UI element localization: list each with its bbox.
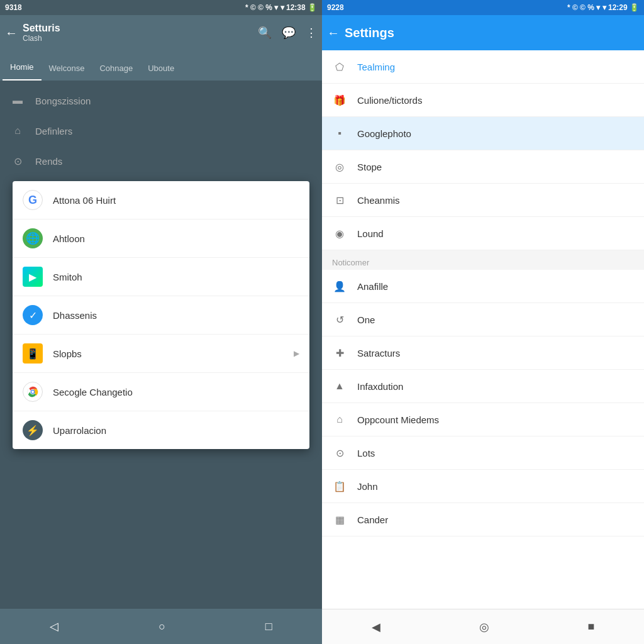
popup-menu: G Attona 06 Huirt 🌐 Ahtloon ▶ Smitoh ✓ D… — [13, 181, 309, 449]
settings-item-tealming[interactable]: ⬠ Tealming — [322, 50, 644, 84]
left-app-title: Setturis — [23, 23, 253, 34]
chrome-icon — [23, 382, 43, 402]
popup-item-secogle[interactable]: Secogle Changetio — [13, 373, 309, 411]
right-time: 9228 — [327, 3, 344, 12]
left-home-nav[interactable]: ○ — [143, 615, 180, 638]
right-status-icons: * © © % ▾ ▾ 12:29 🔋 — [567, 3, 639, 12]
svg-point-2 — [31, 391, 34, 393]
right-back-nav[interactable]: ◀ — [357, 615, 396, 639]
settings-label-cheanmis: Cheanmis — [357, 195, 400, 206]
noticomer-header: Noticomer — [322, 250, 644, 270]
tab-welconse[interactable]: Welconse — [42, 55, 92, 80]
settings-label-googlephoto: Googlephoto — [357, 128, 411, 139]
settings-item-cheanmis[interactable]: ⊡ Cheanmis — [322, 184, 644, 217]
left-recent-nav[interactable]: □ — [250, 615, 287, 638]
left-time: 9318 — [5, 3, 22, 12]
settings-label-oppcount: Oppcount Miedems — [357, 414, 439, 425]
settings-item-infaxdution[interactable]: ▲ Infaxdution — [322, 370, 644, 403]
settings-app-bar: ← Settings — [322, 15, 644, 50]
settings-label-tealming: Tealming — [357, 62, 395, 72]
settings-item-culione[interactable]: 🎁 Culione/tictords — [322, 84, 644, 117]
settings-label-one: One — [357, 314, 375, 325]
left-action-icons: 🔍 💬 ⋮ — [258, 26, 317, 40]
dark-circle-icon: ⚡ — [23, 420, 43, 440]
tealming-icon: ⬠ — [332, 59, 347, 74]
right-home-nav[interactable]: ◎ — [464, 615, 504, 639]
popup-item-uparrolacion[interactable]: ⚡ Uparrolacion — [13, 411, 309, 449]
left-search-icon[interactable]: 🔍 — [258, 26, 272, 40]
right-status-bar: 9228 * © © % ▾ ▾ 12:29 🔋 — [322, 0, 644, 15]
settings-item-john[interactable]: 📋 John — [322, 470, 644, 503]
settings-label-anafille: Anafille — [357, 281, 388, 292]
settings-label-stope: Stope — [357, 162, 382, 172]
left-panel: 9318 * © © % ▾ ▾ 12:38 🔋 ← Setturis Clas… — [0, 0, 322, 644]
one-icon: ↺ — [332, 312, 347, 327]
settings-item-anafille[interactable]: 👤 Anafille — [322, 270, 644, 303]
left-back-button[interactable]: ← — [5, 26, 18, 40]
yellow-box-icon: 📱 — [23, 343, 43, 364]
earth-icon: 🌐 — [23, 228, 43, 248]
left-app-bar: ← Setturis Clash 🔍 💬 ⋮ — [0, 15, 322, 50]
google-g-icon: G — [23, 190, 43, 210]
right-panel: 9228 * © © % ▾ ▾ 12:29 🔋 ← Settings ⬠ Te… — [322, 0, 644, 644]
popup-label-uparrolacion: Uparrolacion — [53, 425, 106, 436]
settings-item-cander[interactable]: ▦ Cander — [322, 503, 644, 536]
infaxdution-icon: ▲ — [332, 379, 347, 394]
popup-label-dhassenis: Dhassenis — [53, 310, 97, 321]
settings-item-satracturs[interactable]: ✚ Satracturs — [322, 336, 644, 370]
settings-label-culione: Culione/tictords — [357, 95, 422, 106]
popup-label-ahtloon: Ahtloon — [53, 233, 85, 244]
left-content-area: ▬ Bongszission ⌂ Definlers ⊙ Rends ≡ Pip… — [0, 80, 322, 609]
popup-item-slopbs[interactable]: 📱 Slopbs ▶ — [13, 335, 309, 373]
left-bottom-nav: ◁ ○ □ — [0, 609, 322, 644]
popup-item-attona[interactable]: G Attona 06 Huirt — [13, 181, 309, 219]
left-more-icon[interactable]: ⋮ — [306, 26, 317, 40]
right-recent-nav[interactable]: ■ — [573, 615, 610, 638]
settings-item-googlephoto[interactable]: ▪ Googlephoto — [322, 117, 644, 150]
lound-icon: ◉ — [332, 226, 347, 241]
settings-item-one[interactable]: ↺ One — [322, 303, 644, 336]
play-store-icon: ▶ — [23, 267, 43, 287]
left-title-block: Setturis Clash — [23, 23, 253, 43]
googlephoto-icon: ▪ — [332, 126, 347, 141]
settings-label-cander: Cander — [357, 514, 388, 525]
settings-label-satracturs: Satracturs — [357, 348, 400, 358]
left-status-bar: 9318 * © © % ▾ ▾ 12:38 🔋 — [0, 0, 322, 15]
settings-item-lots[interactable]: ⊙ Lots — [322, 436, 644, 470]
cheanmis-icon: ⊡ — [332, 192, 347, 208]
settings-label-lound: Lound — [357, 228, 384, 239]
settings-item-lound[interactable]: ◉ Lound — [322, 217, 644, 250]
left-chat-icon[interactable]: 💬 — [282, 26, 296, 40]
satracturs-icon: ✚ — [332, 345, 347, 360]
lots-icon: ⊙ — [332, 445, 347, 460]
settings-section-1: ⬠ Tealming 🎁 Culione/tictords ▪ Googleph… — [322, 50, 644, 250]
popup-item-smitoh[interactable]: ▶ Smitoh — [13, 258, 309, 296]
settings-label-infaxdution: Infaxdution — [357, 381, 403, 392]
settings-item-stope[interactable]: ◎ Stope — [322, 150, 644, 184]
settings-list: ⬠ Tealming 🎁 Culione/tictords ▪ Googleph… — [322, 50, 644, 609]
right-bottom-nav: ◀ ◎ ■ — [322, 609, 644, 644]
john-icon: 📋 — [332, 479, 347, 494]
popup-label-slopbs: Slopbs — [53, 348, 82, 359]
left-status-icons: * © © % ▾ ▾ 12:38 🔋 — [245, 3, 317, 12]
cander-icon: ▦ — [332, 512, 347, 527]
left-app-subtitle: Clash — [23, 34, 253, 43]
popup-item-dhassenis[interactable]: ✓ Dhassenis — [13, 296, 309, 335]
settings-item-oppcount[interactable]: ⌂ Oppcount Miedems — [322, 403, 644, 436]
settings-label-lots: Lots — [357, 448, 375, 458]
check-icon: ✓ — [23, 305, 43, 325]
settings-section-2: 👤 Anafille ↺ One ✚ Satracturs ▲ Infaxdut… — [322, 270, 644, 536]
tab-cohnage[interactable]: Cohnage — [92, 55, 140, 80]
popup-item-ahtloon[interactable]: 🌐 Ahtloon — [13, 219, 309, 258]
tab-homie[interactable]: Homie — [3, 53, 42, 80]
settings-title: Settings — [345, 26, 394, 40]
popup-label-secogle: Secogle Changetio — [53, 387, 133, 397]
settings-back-button[interactable]: ← — [327, 26, 340, 40]
anafille-icon: 👤 — [332, 279, 347, 294]
popup-label-attona: Attona 06 Huirt — [53, 195, 116, 206]
settings-label-john: John — [357, 481, 378, 492]
tab-uboute[interactable]: Uboute — [140, 55, 182, 80]
arrow-icon: ▶ — [294, 349, 299, 358]
oppcount-icon: ⌂ — [332, 412, 347, 427]
left-back-nav[interactable]: ◁ — [35, 614, 74, 638]
